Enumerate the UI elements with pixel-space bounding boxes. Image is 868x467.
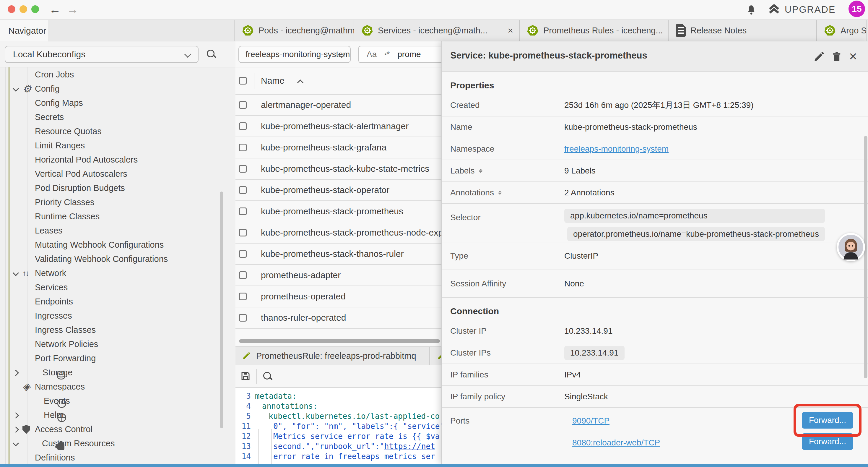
row-checkbox[interactable]: [239, 186, 247, 194]
panel-scrollbar[interactable]: [864, 136, 867, 378]
table-row[interactable]: kube-prometheus-stack-alertmanager: [236, 116, 441, 137]
port-link-8080[interactable]: 8080:reloader-web/TCP: [572, 438, 660, 447]
sidebar-item[interactable]: Storage: [0, 365, 235, 380]
sidebar-item[interactable]: Vertical Pod Autoscalers: [0, 167, 235, 181]
tree-chevron-icon[interactable]: [13, 427, 19, 433]
sidebar-item[interactable]: Cron Jobs: [0, 67, 235, 82]
sidebar-item[interactable]: Priority Classes: [0, 195, 235, 209]
row-checkbox[interactable]: [239, 293, 247, 300]
notification-count-badge[interactable]: 15: [848, 1, 865, 17]
row-checkbox[interactable]: [239, 122, 247, 130]
table-row[interactable]: thanos-ruler-operated: [236, 308, 441, 329]
sidebar-item[interactable]: Ingress Classes: [0, 323, 235, 337]
namespace-link[interactable]: freeleaps-monitoring-system: [564, 144, 669, 154]
sidebar-item[interactable]: Namespaces: [0, 380, 235, 394]
yaml-editor[interactable]: 3 metadata: 4 annotations: 5 kubectl.kub…: [236, 388, 441, 464]
namespace-select[interactable]: freeleaps-monitoring-system: [239, 46, 351, 63]
sidebar-item[interactable]: Definitions: [0, 450, 235, 464]
notifications-bell-icon[interactable]: [746, 4, 757, 16]
kubeconfig-select[interactable]: Local Kubeconfigs: [5, 46, 198, 63]
dock-tab-partial[interactable]: [430, 347, 441, 365]
expand-sort-icon[interactable]: [478, 167, 483, 175]
sidebar-item[interactable]: Services: [0, 280, 235, 294]
window-minimize-button[interactable]: [20, 5, 27, 13]
row-checkbox[interactable]: [239, 314, 247, 322]
sidebar-item[interactable]: Helm: [0, 408, 235, 422]
kubernetes-icon: [527, 25, 538, 36]
user-avatar[interactable]: [837, 233, 865, 261]
sidebar-item[interactable]: Runtime Classes: [0, 209, 235, 224]
row-checkbox[interactable]: [239, 229, 247, 236]
sidebar-item[interactable]: Network Policies: [0, 337, 235, 351]
expand-sort-icon[interactable]: [498, 188, 502, 197]
row-checkbox[interactable]: [239, 144, 247, 151]
property-value: 10.233.14.91: [564, 346, 625, 360]
dock-tab-prometheusrule[interactable]: PrometheusRule: freeleaps-prod-rabbitmq: [236, 347, 430, 365]
tree-chevron-icon[interactable]: [13, 85, 19, 92]
sidebar-item[interactable]: Mutating Webhook Configurations: [0, 238, 235, 252]
list-search-input[interactable]: Aa * prome: [359, 46, 441, 63]
cluster-tab[interactable]: Release Notes: [669, 20, 817, 41]
sidebar-item[interactable]: Ingresses: [0, 309, 235, 323]
match-case-icon[interactable]: Aa: [367, 50, 377, 59]
row-checkbox[interactable]: [239, 271, 247, 279]
sidebar-item[interactable]: Horizontal Pod Autoscalers: [0, 152, 235, 167]
tree-chevron-icon[interactable]: [13, 440, 19, 446]
port-link-9090[interactable]: 9090/TCP: [572, 416, 610, 426]
cluster-tab[interactable]: Pods - icecheng@mathmas...: [235, 20, 354, 41]
sidebar-item[interactable]: Pod Disruption Budgets: [0, 181, 235, 195]
table-row[interactable]: kube-prometheus-stack-grafana: [236, 137, 441, 158]
sidebar-item[interactable]: Access Control: [0, 422, 235, 436]
sidebar-item[interactable]: Config: [0, 82, 235, 96]
save-icon[interactable]: [240, 371, 251, 381]
table-row[interactable]: alertmanager-operated: [236, 95, 441, 116]
cluster-tab[interactable]: Argo Se: [817, 20, 867, 41]
table-row[interactable]: kube-prometheus-stack-operator: [236, 180, 441, 201]
row-checkbox[interactable]: [239, 101, 247, 109]
sidebar-item[interactable]: Validating Webhook Configurations: [0, 252, 235, 266]
tree-chevron-icon[interactable]: [13, 370, 19, 376]
sidebar-item[interactable]: Secrets: [0, 110, 235, 124]
regex-icon[interactable]: *: [384, 50, 390, 59]
navigator-tab[interactable]: Navigator: [0, 20, 48, 41]
close-tab-icon[interactable]: [507, 25, 513, 36]
sidebar-item[interactable]: Limit Ranges: [0, 138, 235, 152]
table-row[interactable]: prometheus-adapter: [236, 265, 441, 286]
sort-ascending-icon[interactable]: [297, 80, 303, 86]
sidebar-item[interactable]: Port Forwarding: [0, 351, 235, 365]
sidebar-item[interactable]: Leases: [0, 224, 235, 238]
name-column-header[interactable]: Name: [261, 76, 284, 86]
edit-icon[interactable]: [813, 51, 825, 63]
tree-chevron-icon[interactable]: [13, 412, 19, 418]
property-row: Name kube-prometheus-stack-prometheus: [442, 116, 868, 138]
cluster-tab[interactable]: Prometheus Rules - icecheng...: [520, 20, 669, 41]
sidebar-item[interactable]: Events: [0, 394, 235, 408]
editor-search-icon[interactable]: [263, 372, 272, 381]
back-icon[interactable]: ←: [49, 2, 61, 17]
sidebar-item[interactable]: Config Maps: [0, 96, 235, 110]
sidebar-item[interactable]: Resource Quotas: [0, 124, 235, 138]
sidebar-item[interactable]: Custom Resources: [0, 436, 235, 450]
select-all-checkbox[interactable]: [239, 77, 247, 85]
table-row[interactable]: kube-prometheus-stack-thanos-ruler: [236, 243, 441, 265]
window-close-button[interactable]: [8, 5, 16, 13]
close-panel-icon[interactable]: [849, 51, 861, 63]
table-row[interactable]: kube-prometheus-stack-kube-state-metrics: [236, 158, 441, 180]
sidebar-item[interactable]: Network: [0, 266, 235, 280]
upgrade-button[interactable]: UPGRADE: [768, 3, 836, 16]
table-row[interactable]: prometheus-operated: [236, 286, 441, 308]
table-row[interactable]: kube-prometheus-stack-prometheus-node-ex…: [236, 222, 441, 243]
sidebar-scrollbar[interactable]: [220, 192, 223, 428]
sidebar-search-icon[interactable]: [207, 50, 216, 59]
horizontal-scrollbar[interactable]: [239, 339, 440, 343]
delete-trash-icon[interactable]: [831, 51, 843, 63]
tree-chevron-icon[interactable]: [13, 270, 19, 276]
row-checkbox[interactable]: [239, 250, 247, 258]
forward-icon[interactable]: →: [67, 2, 79, 17]
row-checkbox[interactable]: [239, 165, 247, 173]
row-checkbox[interactable]: [239, 207, 247, 215]
table-row[interactable]: kube-prometheus-stack-prometheus: [236, 201, 441, 222]
cluster-tab[interactable]: Services - icecheng@math...: [354, 20, 520, 41]
window-zoom-button[interactable]: [31, 5, 39, 13]
sidebar-item[interactable]: Endpoints: [0, 294, 235, 309]
